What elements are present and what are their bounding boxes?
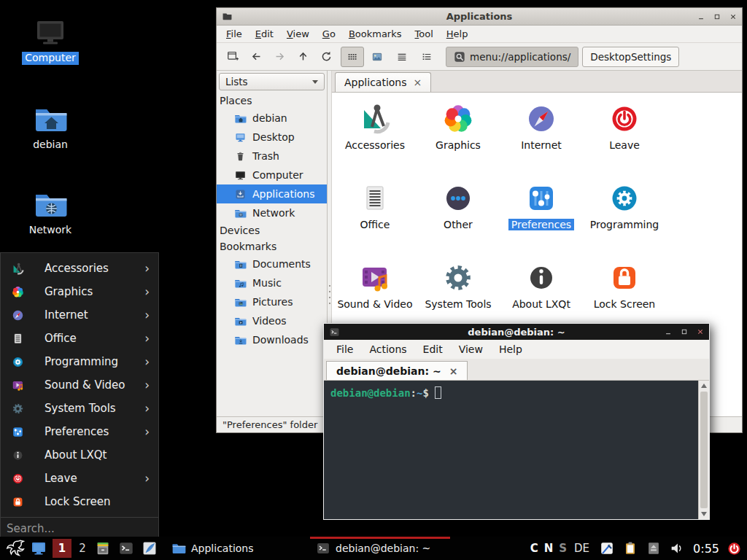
reload-button[interactable] — [314, 47, 338, 67]
compact-view-button[interactable] — [415, 47, 438, 67]
menu-item-preferences[interactable]: Preferences› — [1, 420, 158, 443]
folder-preferences[interactable]: Preferences — [500, 179, 583, 259]
task-applications[interactable]: Applications — [166, 537, 306, 560]
menu-item-programming[interactable]: Programming› — [1, 350, 158, 373]
new-tab-button[interactable] — [221, 47, 244, 67]
folder-label: Internet — [521, 139, 562, 151]
workspace-2[interactable]: 2 — [75, 542, 90, 555]
minimize-button[interactable] — [664, 328, 672, 336]
sidebar-item-pictures[interactable]: Pictures — [217, 292, 327, 311]
close-button[interactable] — [696, 328, 704, 336]
icon-view-button[interactable] — [341, 47, 364, 67]
sidebar-item-trash[interactable]: Trash — [217, 147, 327, 166]
sidebar-item-applications[interactable]: Applications — [217, 184, 327, 203]
close-button[interactable] — [729, 12, 737, 20]
forward-button[interactable] — [268, 47, 291, 67]
sidebar-item-desktop[interactable]: Desktop — [217, 128, 327, 147]
menu-bookmarks[interactable]: Bookmarks — [342, 28, 409, 39]
computer-icon — [33, 15, 68, 50]
sidebar-item-network[interactable]: Network — [217, 203, 327, 222]
menu-item-system-tools[interactable]: System Tools› — [1, 397, 158, 420]
sidebar-item-computer[interactable]: Computer — [217, 166, 327, 184]
power-button[interactable] — [726, 540, 743, 557]
menu-item-lock-screen[interactable]: Lock Screen — [1, 490, 158, 513]
scroll-up-icon[interactable] — [699, 381, 709, 391]
lxqt-menu-icon[interactable] — [5, 539, 25, 559]
keyboard-indicator-s[interactable]: S — [559, 542, 567, 555]
thumbnail-view-button[interactable] — [365, 47, 389, 67]
menu-item-internet[interactable]: Internet› — [1, 303, 158, 327]
maximize-button[interactable] — [680, 328, 688, 336]
menu-view[interactable]: View — [280, 28, 316, 39]
menu-go[interactable]: Go — [316, 28, 342, 39]
quick-launch-featherpad-icon[interactable] — [142, 540, 158, 556]
menu-item-accessories[interactable]: Accessories› — [1, 257, 158, 280]
up-button[interactable] — [291, 47, 314, 67]
folder-accessories[interactable]: Accessories — [333, 100, 417, 179]
menu-view[interactable]: View — [451, 343, 491, 355]
detailed-list-view-button[interactable] — [390, 47, 414, 67]
sidebar-item-label: debian — [252, 112, 287, 124]
menu-item-graphics[interactable]: Graphics› — [1, 280, 158, 303]
quick-launch-terminal-app-icon[interactable] — [118, 540, 134, 556]
sidebar-item-downloads[interactable]: Downloads — [217, 330, 327, 349]
menu-help[interactable]: Help — [440, 28, 475, 39]
tab-close-icon[interactable]: × — [414, 77, 422, 88]
office-icon — [357, 181, 392, 216]
menu-help[interactable]: Help — [491, 343, 530, 355]
show-desktop-icon[interactable] — [30, 540, 47, 557]
folder-programming[interactable]: Programming — [583, 179, 666, 259]
menu-item-about-lxqt[interactable]: About LXQt — [1, 443, 158, 467]
tray-volume-icon[interactable] — [669, 540, 685, 556]
sidebar-item-videos[interactable]: Videos — [217, 311, 327, 330]
desktop-icon-network[interactable]: Network — [10, 187, 90, 237]
tab-applications[interactable]: Applications × — [335, 72, 431, 92]
tray-removable-media-icon[interactable] — [646, 540, 662, 556]
path-segment-desktopsettings[interactable]: DesktopSettings — [582, 47, 679, 67]
task-debian-debian[interactable]: debian@debian: ~ — [310, 537, 450, 560]
folder-leave[interactable]: Leave — [583, 100, 666, 179]
sidebar-item-music[interactable]: Music — [217, 273, 327, 292]
folder-graphics[interactable]: Graphics — [417, 100, 500, 179]
sidebar-item-documents[interactable]: Documents — [217, 254, 327, 273]
menu-edit[interactable]: Edit — [415, 343, 451, 355]
menu-edit[interactable]: Edit — [249, 28, 280, 39]
clock[interactable]: 0:55 — [693, 542, 719, 556]
folder-office[interactable]: Office — [333, 179, 417, 259]
terminal-output[interactable]: debian@debian:~$ — [324, 381, 709, 519]
keyboard-layout[interactable]: DE — [574, 542, 589, 555]
menu-item-label: Graphics — [44, 285, 144, 298]
quick-launch-file-manager-icon[interactable] — [95, 540, 111, 556]
fm-titlebar[interactable]: Applications — [217, 8, 742, 26]
sidebar-mode-select[interactable]: Lists — [219, 73, 325, 90]
maximize-button[interactable] — [713, 12, 721, 20]
menu-actions[interactable]: Actions — [361, 343, 414, 355]
folder-other[interactable]: Other — [417, 179, 500, 259]
scrollbar-thumb[interactable] — [700, 392, 708, 508]
menu-file[interactable]: File — [220, 28, 249, 39]
desktop-icon — [234, 131, 247, 144]
menu-item-sound-video[interactable]: Sound & Video› — [1, 373, 158, 397]
menu-tool[interactable]: Tool — [409, 28, 440, 39]
keyboard-indicator-c[interactable]: C — [530, 542, 538, 555]
tab-close-icon[interactable]: × — [449, 366, 458, 376]
minimize-button[interactable] — [697, 12, 705, 20]
terminal-titlebar[interactable]: debian@debian: ~ — [324, 324, 709, 340]
scroll-down-icon[interactable] — [699, 509, 709, 519]
back-button[interactable] — [244, 47, 268, 67]
desktop-icon-computer[interactable]: Computer — [10, 15, 90, 65]
about-lxqt-icon — [524, 260, 559, 295]
keyboard-indicator-n[interactable]: N — [544, 542, 554, 555]
menu-item-office[interactable]: Office› — [1, 327, 158, 350]
terminal-tab[interactable]: debian@debian: ~ × — [326, 361, 468, 380]
menu-file[interactable]: File — [328, 343, 361, 355]
path-segment-menu-applications[interactable]: menu://applications/ — [446, 47, 578, 67]
folder-internet[interactable]: Internet — [500, 100, 583, 179]
workspace-1[interactable]: 1 — [53, 539, 71, 558]
desktop-icon-debian[interactable]: debian — [10, 101, 90, 152]
terminal-scrollbar[interactable] — [698, 381, 709, 519]
tray-screengrab-icon[interactable] — [599, 540, 615, 556]
tray-clipboard-icon[interactable] — [622, 540, 638, 556]
sidebar-item-debian[interactable]: debian — [217, 109, 327, 128]
menu-item-leave[interactable]: Leave› — [1, 467, 158, 490]
